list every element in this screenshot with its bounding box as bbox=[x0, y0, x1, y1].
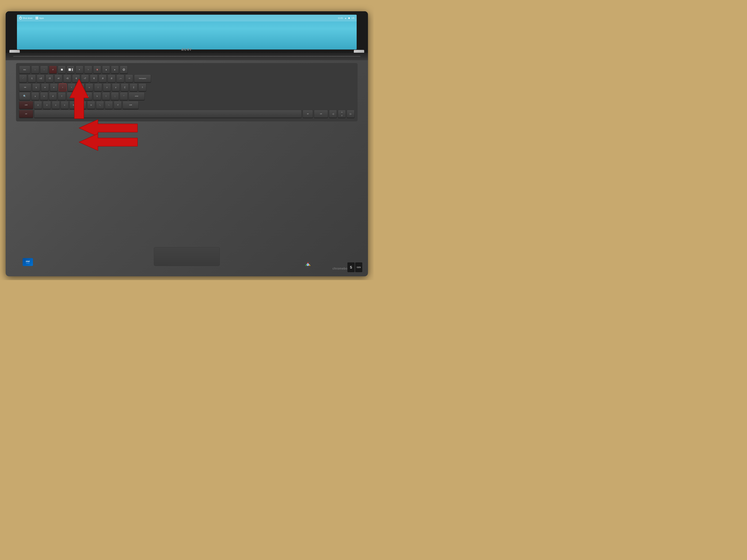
key-backtick[interactable]: ~` bbox=[19, 75, 27, 82]
key-esc[interactable]: esc bbox=[19, 66, 30, 74]
gen-number: 5 bbox=[347, 262, 355, 272]
key-arrow-left[interactable]: ◁ bbox=[329, 110, 337, 118]
home-key-row: 🔍 a s d f g h j k l :; "' enter bbox=[19, 92, 355, 100]
key-back[interactable]: ← bbox=[31, 66, 39, 74]
key-shift-right[interactable]: shift bbox=[123, 101, 138, 109]
key-l[interactable]: l bbox=[102, 92, 110, 100]
key-3[interactable]: #3 bbox=[46, 75, 53, 82]
key-4[interactable]: $4 bbox=[54, 75, 62, 82]
key-equals[interactable]: += bbox=[125, 75, 133, 82]
touchpad[interactable] bbox=[154, 247, 220, 266]
key-rbracket[interactable]: }] bbox=[130, 83, 137, 91]
key-v[interactable]: v bbox=[61, 101, 69, 109]
key-vol-up[interactable]: ▸ bbox=[111, 66, 119, 74]
key-search[interactable]: 🔍 bbox=[19, 92, 30, 100]
number-key-row: ~` !1 @2 #3 $4 %5 ^6 &7 *8 (9 )0 _— += b… bbox=[19, 75, 355, 82]
key-s[interactable]: s bbox=[40, 92, 48, 100]
svg-marker-2 bbox=[79, 134, 137, 151]
power-icon bbox=[19, 17, 22, 19]
key-q[interactable]: q bbox=[32, 83, 40, 91]
key-y[interactable]: y bbox=[76, 83, 84, 91]
key-z[interactable]: z bbox=[34, 101, 42, 109]
key-space[interactable] bbox=[34, 110, 302, 118]
wifi-indicator: ▲ bbox=[344, 17, 347, 19]
screen-display: Shut down Apps 11:01 ▲ ⬟ bbox=[17, 15, 357, 50]
acer-logo: acer bbox=[181, 47, 192, 52]
key-backslash[interactable]: |\ bbox=[138, 83, 146, 91]
key-backspace[interactable]: backspace bbox=[134, 75, 151, 82]
key-k[interactable]: k bbox=[93, 92, 101, 100]
laptop-body: Shut down Apps 11:01 ▲ ⬟ bbox=[6, 11, 368, 276]
key-r[interactable]: r bbox=[59, 83, 67, 91]
key-c[interactable]: c bbox=[52, 101, 60, 109]
screen-area: Shut down Apps 11:01 ▲ ⬟ bbox=[6, 11, 368, 55]
qwerty-key-row: tab q w e r t y u i o p {[ }] |\ bbox=[19, 83, 355, 91]
key-u[interactable]: u bbox=[85, 83, 93, 91]
key-power[interactable]: ⏻ bbox=[120, 66, 128, 74]
apps-button[interactable]: Apps bbox=[35, 17, 44, 19]
taskbar-right: 11:01 ▲ ⬟ US bbox=[338, 17, 354, 19]
key-quote[interactable]: "' bbox=[120, 92, 128, 100]
key-slash[interactable]: ?/ bbox=[114, 101, 122, 109]
intel-text: intel bbox=[26, 260, 30, 262]
key-forward[interactable]: → bbox=[40, 66, 48, 74]
key-comma[interactable]: <, bbox=[96, 101, 104, 109]
key-h[interactable]: h bbox=[76, 92, 83, 100]
intel-inside-text: inside bbox=[26, 262, 29, 264]
key-m[interactable]: m bbox=[87, 101, 95, 109]
key-x[interactable]: x bbox=[43, 101, 51, 109]
hinge-area bbox=[6, 53, 368, 60]
key-ctrl-left[interactable]: ctrl bbox=[19, 110, 33, 118]
key-n[interactable]: n bbox=[78, 101, 86, 109]
key-t[interactable]: t bbox=[68, 83, 76, 91]
key-arrow-updown[interactable]: △ ▽ bbox=[338, 110, 346, 118]
key-a[interactable]: a bbox=[31, 92, 39, 100]
key-brightness-up[interactable]: ✧ bbox=[84, 66, 92, 74]
key-o[interactable]: o bbox=[103, 83, 111, 91]
gen-badge: 5 GEN bbox=[347, 262, 362, 272]
key-i[interactable]: i bbox=[94, 83, 102, 91]
key-b[interactable]: b bbox=[70, 101, 77, 109]
key-brightness-down[interactable]: ✦ bbox=[76, 66, 83, 74]
chrome-logo bbox=[305, 262, 310, 267]
apps-grid-icon bbox=[35, 17, 38, 19]
key-1[interactable]: !1 bbox=[28, 75, 36, 82]
key-arrow-right[interactable]: ▷ bbox=[347, 110, 355, 118]
key-7[interactable]: &7 bbox=[81, 75, 89, 82]
key-minus[interactable]: _— bbox=[117, 75, 124, 82]
taskbar-left: Shut down Apps bbox=[19, 17, 44, 19]
key-lbracket[interactable]: {[ bbox=[121, 83, 129, 91]
key-5[interactable]: %5 bbox=[63, 75, 71, 82]
key-d[interactable]: d bbox=[49, 92, 57, 100]
key-w[interactable]: w bbox=[41, 83, 49, 91]
battery-indicator: ⬟ bbox=[348, 17, 350, 19]
function-key-row: esc ← → ↺ ⬜ ⬜▐ ✦ ✧ 🔇 ◂ ▸ ⏻ bbox=[19, 66, 355, 74]
key-vol-down[interactable]: ◂ bbox=[102, 66, 110, 74]
key-alt[interactable]: alt bbox=[303, 110, 313, 118]
shutdown-button[interactable]: Shut down bbox=[19, 17, 32, 19]
key-2[interactable]: @2 bbox=[37, 75, 45, 82]
key-8[interactable]: *8 bbox=[90, 75, 98, 82]
key-overview[interactable]: ⬜▐ bbox=[67, 66, 75, 74]
key-shift-left[interactable]: shift bbox=[19, 101, 33, 109]
key-g[interactable]: g bbox=[67, 92, 75, 100]
key-f[interactable]: f bbox=[58, 92, 66, 100]
key-6[interactable]: ^6 bbox=[72, 75, 80, 82]
key-e[interactable]: e bbox=[50, 83, 58, 91]
key-fullscreen[interactable]: ⬜ bbox=[58, 66, 66, 74]
intel-badge: intel inside bbox=[23, 258, 33, 266]
key-semicolon[interactable]: :; bbox=[111, 92, 119, 100]
key-tab[interactable]: tab bbox=[19, 83, 31, 91]
key-9[interactable]: (9 bbox=[99, 75, 107, 82]
svg-marker-1 bbox=[79, 119, 137, 136]
key-0[interactable]: )0 bbox=[107, 75, 115, 82]
shutdown-label: Shut down bbox=[23, 17, 32, 19]
key-ctrl-right[interactable]: ctrl bbox=[314, 110, 328, 118]
key-period[interactable]: >. bbox=[105, 101, 113, 109]
key-enter[interactable]: enter bbox=[129, 92, 145, 100]
key-refresh[interactable]: ↺ bbox=[49, 66, 57, 74]
key-p[interactable]: p bbox=[112, 83, 120, 91]
shift-key-row: shift z x c v b n m <, >. ?/ shift bbox=[19, 101, 355, 109]
key-mute[interactable]: 🔇 bbox=[93, 66, 101, 74]
key-j[interactable]: j bbox=[84, 92, 92, 100]
